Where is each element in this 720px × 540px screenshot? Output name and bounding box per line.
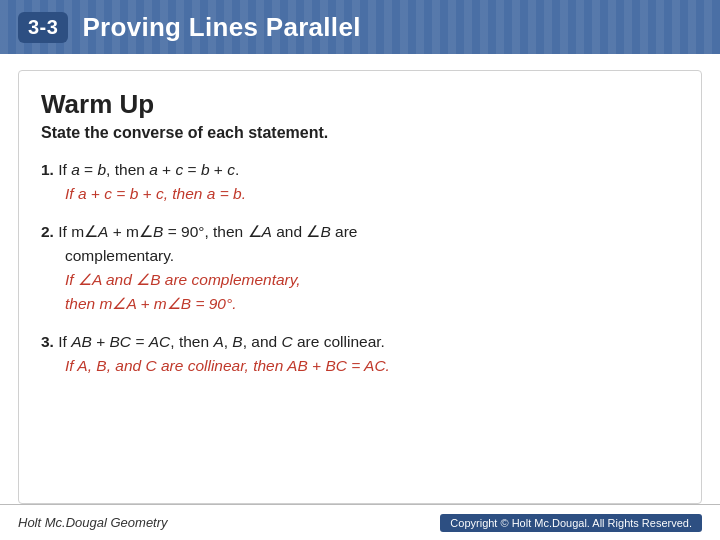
problem-2-number: 2. — [41, 223, 54, 240]
problem-2-statement-line1: 2. If m∠A + m∠B = 90°, then ∠A and ∠B ar… — [41, 220, 679, 244]
header-title: Proving Lines Parallel — [82, 12, 360, 43]
problem-3-answer: If A, B, and C are collinear, then AB + … — [65, 354, 679, 378]
main-content: Warm Up State the converse of each state… — [0, 54, 720, 504]
header: 3-3 Proving Lines Parallel — [0, 0, 720, 54]
problem-2-answer-line2: then m∠A + m∠B = 90°. — [65, 292, 679, 316]
problem-1-answer: If a + c = b + c, then a = b. — [65, 182, 679, 206]
problem-3-number: 3. — [41, 333, 54, 350]
footer: Holt Mc.Dougal Geometry Copyright © Holt… — [0, 504, 720, 540]
footer-right-text: Copyright © Holt Mc.Dougal. All Rights R… — [440, 514, 702, 532]
problem-3: 3. If AB + BC = AC, then A, B, and C are… — [41, 330, 679, 378]
problem-1-number: 1. — [41, 161, 54, 178]
problem-1: 1. If a = b, then a + c = b + c. If a + … — [41, 158, 679, 206]
footer-left-text: Holt Mc.Dougal Geometry — [18, 515, 168, 530]
warm-up-title: Warm Up — [41, 89, 679, 120]
problem-2: 2. If m∠A + m∠B = 90°, then ∠A and ∠B ar… — [41, 220, 679, 316]
problem-2-answer-line1: If ∠A and ∠B are complementary, — [65, 268, 679, 292]
content-card: Warm Up State the converse of each state… — [18, 70, 702, 504]
problem-2-statement-line2: complementary. — [65, 244, 679, 268]
problem-3-statement: 3. If AB + BC = AC, then A, B, and C are… — [41, 330, 679, 354]
problem-1-statement: 1. If a = b, then a + c = b + c. — [41, 158, 679, 182]
subtitle: State the converse of each statement. — [41, 124, 679, 142]
lesson-badge: 3-3 — [18, 12, 68, 43]
